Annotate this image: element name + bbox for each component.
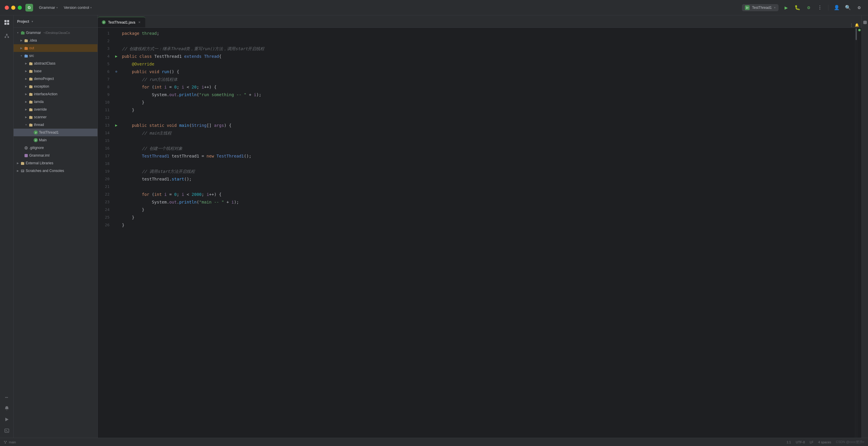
tree-item-thread[interactable]: ▾ thread [13, 121, 97, 129]
svg-rect-0 [4, 20, 6, 22]
tree-label-scratches: Scratches and Consoles [26, 169, 64, 173]
tree-item-base[interactable]: ▶ base [13, 67, 97, 75]
git-branch[interactable]: main [4, 440, 16, 444]
maximize-button[interactable] [18, 6, 22, 10]
svg-line-37 [5, 442, 6, 442]
menu-version-control[interactable]: Version control ▾ [61, 4, 94, 11]
close-button[interactable] [5, 6, 9, 10]
svg-point-4 [6, 34, 7, 35]
indent[interactable]: 4 spaces [818, 440, 831, 444]
code-line-4: public class TestThread1 extends Thread{ [122, 53, 855, 60]
sidebar-icon-notifications[interactable] [2, 404, 11, 413]
svg-rect-22 [29, 108, 32, 111]
tree-label: base [34, 69, 42, 73]
sidebar-icon-terminal[interactable] [2, 426, 11, 435]
sidebar-icon-project[interactable] [2, 18, 11, 27]
run-button[interactable]: ▶ [782, 4, 790, 12]
tree-item-gitignore[interactable]: .gitignore [13, 144, 97, 151]
line-num-16: 16 [98, 144, 110, 152]
line-num-5: 5 [98, 60, 110, 68]
tree-item-interfaceaction[interactable]: ▶ interfaceAction [13, 90, 97, 98]
svg-rect-24 [29, 124, 32, 127]
minimize-button[interactable] [11, 6, 16, 10]
code-line-25: } [122, 213, 855, 221]
code-line-19: // 调用start方法开启线程 [122, 168, 855, 175]
menu-grammar[interactable]: Grammar ▾ [37, 4, 60, 11]
debug-button[interactable]: 🐛 [793, 4, 802, 12]
right-sidebar [862, 15, 868, 438]
tree-item-override[interactable]: ▶ override [13, 106, 97, 113]
tree-item-main[interactable]: J Main [13, 136, 97, 144]
line-sep[interactable]: LF [810, 440, 813, 444]
code-line-18 [122, 160, 855, 168]
line-num-15: 15 [98, 137, 110, 144]
line-num-14: 14 [98, 129, 110, 137]
statusbar-right: 1:1 UTF-8 LF 4 spaces CSDN @cccc楚淠rr [786, 440, 864, 444]
search-button[interactable]: 🔍 [844, 4, 852, 12]
vertical-scrollbar[interactable] [855, 28, 857, 438]
encoding[interactable]: UTF-8 [796, 440, 805, 444]
tree-item-external-libraries[interactable]: ▶ External Libraries [13, 159, 97, 167]
line-num-19: 19 [98, 168, 110, 175]
run-arrow-line13[interactable]: ▶ [113, 122, 120, 129]
tree-item-idea[interactable]: ▶ .idea [13, 37, 97, 44]
tree-item-grammar[interactable]: ▾ Grammar ~/Desktop/JavaCo [13, 29, 97, 37]
tab-close-button[interactable]: ✕ [137, 20, 141, 25]
tree-item-scratches[interactable]: ▶ Scratches and Consoles [13, 167, 97, 175]
tree-label: scanner [34, 115, 46, 119]
run-arrow-line4[interactable]: ▶ [113, 53, 120, 60]
more-actions-button[interactable]: ⋮ [816, 4, 824, 12]
sidebar-icon-run[interactable] [2, 415, 11, 424]
tree-item-src[interactable]: ▾ src [13, 52, 97, 60]
tab-icon: J [102, 20, 106, 24]
tree-item-demoproject[interactable]: ▶ demoProject [13, 75, 97, 82]
tree-item-testthread1[interactable]: J TestThread1 [13, 129, 97, 136]
coverage-button[interactable]: ⚙ [805, 4, 813, 12]
tree-item-scanner[interactable]: ▶ scanner [13, 113, 97, 121]
line-num-7: 7 [98, 75, 110, 83]
tree-item-out[interactable]: ▶ out [13, 44, 97, 52]
run-configuration[interactable]: ▷ TestThread1 ▾ [742, 4, 779, 11]
editor-area: J TestThread1.java ✕ ⋮ 🔔 1 2 3 4 5 6 7 8 [98, 15, 862, 438]
tree-label-external-libs: External Libraries [26, 161, 53, 165]
tree-item-abstractclass[interactable]: ▶ abstractClass [13, 60, 97, 67]
code-line-13: public static void main(String[] args) { [122, 122, 855, 129]
vcs-button[interactable]: 👤 [833, 4, 841, 12]
separator [828, 5, 829, 11]
code-line-15 [122, 137, 855, 144]
line-num-21: 21 [98, 183, 110, 191]
line-num-17: 17 [98, 152, 110, 160]
tree-item-grammar-iml[interactable]: Grammar.iml [13, 151, 97, 159]
code-content[interactable]: package thread; // 创建线程方式一：继承Thread类，重写r… [120, 28, 855, 438]
code-line-12 [122, 114, 855, 122]
svg-line-8 [7, 35, 8, 37]
line-num-10: 10 [98, 99, 110, 106]
tree-item-exception[interactable]: ▶ exception [13, 82, 97, 90]
watermark: CSDN @cccc楚淠rr [836, 440, 864, 444]
panel-header: Project ▾ [13, 15, 97, 28]
line-num-9: 9 [98, 91, 110, 99]
svg-rect-13 [25, 39, 28, 42]
line-num-2: 2 [98, 37, 110, 45]
code-line-24: } [122, 206, 855, 213]
svg-rect-21 [29, 101, 32, 104]
tab-more-button[interactable]: ⋮ [849, 23, 854, 27]
tab-notifications[interactable]: 🔔 [855, 23, 859, 27]
code-line-7: // run方法线程体 [122, 75, 855, 83]
settings-button[interactable]: ⚙ [855, 4, 863, 12]
svg-rect-17 [29, 70, 32, 73]
tree-item-lamda[interactable]: ▶ lamda [13, 98, 97, 106]
tree-label: demoProject [34, 77, 54, 81]
tree-container[interactable]: ▾ Grammar ~/Desktop/JavaCo ▶ .idea ▶ out… [13, 28, 97, 438]
tab-testthread1[interactable]: J TestThread1.java ✕ [98, 17, 145, 27]
sidebar-icon-more[interactable]: ⋯ [2, 392, 11, 402]
code-editor: 1 2 3 4 5 6 7 8 9 10 11 12 13 14 15 16 1… [98, 28, 862, 438]
svg-point-6 [7, 37, 9, 38]
svg-line-36 [4, 442, 5, 442]
right-sidebar-database[interactable] [860, 18, 868, 27]
code-line-23: System.out.println("main -- " + i); [122, 198, 855, 206]
right-gutter [857, 28, 862, 438]
debug-dot-line6[interactable]: ⊙ [113, 68, 120, 75]
sidebar-icon-structure[interactable] [2, 31, 11, 41]
code-line-20: testThread1.start(); [122, 175, 855, 183]
